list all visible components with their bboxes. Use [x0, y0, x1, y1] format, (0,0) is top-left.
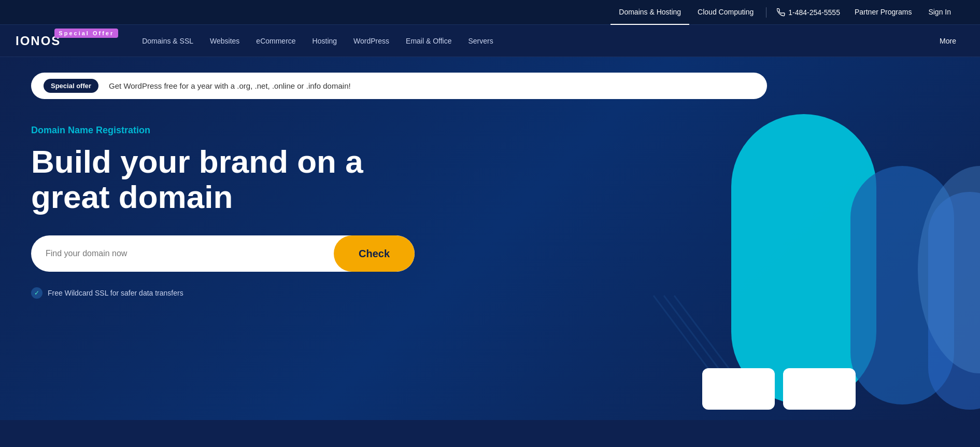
ssl-text: Free Wildcard SSL for safer data transfe… [48, 289, 183, 297]
top-bar: Domains & Hosting Cloud Computing 1-484-… [0, 0, 980, 25]
nav-item-websites[interactable]: Websites [202, 25, 248, 57]
ssl-badge: ✓ Free Wildcard SSL for safer data trans… [31, 287, 446, 299]
svg-rect-2 [928, 192, 980, 410]
domain-search-input[interactable] [31, 235, 334, 272]
top-bar-signin[interactable]: Sign In [920, 0, 959, 25]
logo-text: IONOS [16, 34, 61, 48]
nav-item-ecommerce[interactable]: eCommerce [248, 25, 304, 57]
nav-item-email-office[interactable]: Email & Office [397, 25, 460, 57]
top-bar-divider [766, 7, 766, 18]
svg-point-6 [918, 166, 980, 373]
domain-search-bar: Check [31, 235, 415, 272]
phone-number: 1-484-254-5555 [788, 8, 840, 17]
nav-item-more[interactable]: More [931, 25, 964, 57]
phone-icon [777, 8, 785, 17]
bottom-cards [702, 368, 856, 410]
hero-title: Build your brand on a great domain [31, 144, 446, 215]
main-nav: IONOS Special Offer Domains & SSL Websit… [0, 25, 980, 57]
svg-rect-1 [850, 166, 954, 404]
top-bar-partner[interactable]: Partner Programs [846, 0, 920, 25]
special-offer-banner: Special offer Get WordPress free for a y… [31, 73, 767, 99]
top-bar-phone: 1-484-254-5555 [771, 8, 846, 17]
top-bar-cloud-computing[interactable]: Cloud Computing [689, 0, 762, 25]
hero-content: Domain Name Registration Build your bran… [31, 125, 446, 299]
nav-item-domains-ssl[interactable]: Domains & SSL [134, 25, 202, 57]
offer-tag: Special offer [44, 79, 98, 93]
top-bar-links: Domains & Hosting Cloud Computing 1-484-… [610, 0, 959, 25]
logo[interactable]: IONOS Special Offer [16, 34, 118, 48]
nav-special-offer-badge: Special Offer [54, 29, 118, 38]
hero-section: Special offer Get WordPress free for a y… [0, 57, 980, 420]
hero-subtitle: Domain Name Registration [31, 125, 446, 136]
nav-items: Domains & SSL Websites eCommerce Hosting… [134, 25, 964, 57]
bottom-card-2 [783, 368, 856, 410]
check-circle-icon: ✓ [31, 287, 42, 299]
nav-item-hosting[interactable]: Hosting [304, 25, 345, 57]
top-bar-domains-hosting[interactable]: Domains & Hosting [610, 0, 689, 25]
domain-search-button[interactable]: Check [334, 235, 415, 272]
bottom-card-1 [702, 368, 775, 410]
nav-item-servers[interactable]: Servers [460, 25, 502, 57]
svg-rect-0 [731, 114, 876, 404]
nav-item-wordpress[interactable]: WordPress [345, 25, 397, 57]
offer-text: Get WordPress free for a year with a .or… [109, 81, 351, 90]
